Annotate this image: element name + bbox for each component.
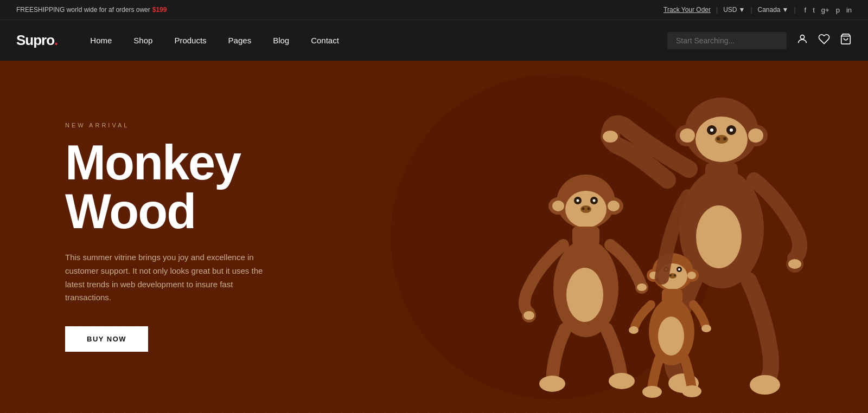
svg-point-36 [588,208,590,210]
region-label: Canada [758,6,781,14]
svg-point-58 [674,274,676,276]
svg-point-35 [582,208,585,210]
pinterest-icon[interactable]: p [836,6,840,14]
wishlist-icon[interactable] [818,33,830,48]
logo-text: Supro [16,32,54,48]
shipping-price: $199 [152,6,167,14]
svg-point-0 [800,35,804,39]
track-order-link[interactable]: Track Your Oder [663,6,711,14]
shipping-notice: FREESHIPPING world wide for af orders ow… [16,6,167,14]
nav-right [667,32,852,49]
svg-point-32 [577,199,579,202]
svg-rect-39 [572,227,599,246]
twitter-icon[interactable]: t [813,6,815,14]
hero-description: This summer vitrine brings you joy and e… [65,251,271,305]
svg-point-65 [682,385,701,397]
region-chevron-icon: ▼ [782,6,789,14]
svg-point-63 [701,325,711,332]
currency-dropdown[interactable]: USD ▼ [723,6,745,14]
hero-product-image [423,66,835,413]
monkeys-svg [418,72,825,413]
divider-1: | [716,6,718,14]
svg-point-57 [669,274,672,276]
svg-point-33 [593,199,596,202]
hero-subtitle: NEW ARRIVAL [65,122,271,128]
divider-2: | [750,6,752,14]
svg-point-19 [603,131,618,143]
divider-3: | [794,6,795,14]
top-bar: FREESHIPPING world wide for af orders ow… [0,0,868,20]
svg-point-50 [687,272,696,279]
svg-point-26 [552,201,564,211]
hero-section: NEW ARRIVAL Monkey Wood This summer vitr… [0,61,868,413]
logo-dot: . [54,32,58,48]
search-input[interactable] [667,32,787,49]
svg-point-55 [678,268,680,270]
svg-point-44 [539,376,565,392]
social-icons: f t g+ p in [805,6,852,14]
svg-point-45 [609,373,635,389]
nav-blog[interactable]: Blog [273,36,289,45]
googleplus-icon[interactable]: g+ [821,6,829,14]
nav-contact[interactable]: Contact [311,36,339,45]
nav-shop[interactable]: Shop [133,36,152,45]
account-icon[interactable] [796,33,808,48]
hero-content: NEW ARRIVAL Monkey Wood This summer vitr… [0,122,271,352]
svg-rect-17 [705,163,738,184]
svg-point-43 [637,283,647,291]
nav-pages[interactable]: Pages [228,36,252,45]
svg-point-6 [748,128,763,143]
instagram-icon[interactable]: in [846,6,852,14]
shipping-text: FREESHIPPING world wide for af orders ow… [16,6,150,14]
cart-icon[interactable] [840,33,852,48]
svg-point-11 [730,128,733,132]
svg-point-14 [723,137,726,140]
nav-links: Home Shop Products Pages Blog Contact [90,36,667,45]
nav-products[interactable]: Products [174,36,206,45]
buy-now-button[interactable]: BUY NOW [65,326,148,352]
svg-point-41 [524,311,534,320]
svg-point-62 [629,326,639,334]
svg-point-60 [658,317,684,356]
svg-point-13 [717,137,720,140]
svg-point-21 [788,259,801,269]
nav-home[interactable]: Home [90,36,112,45]
svg-point-23 [750,375,780,395]
currency-label: USD [723,6,737,14]
region-dropdown[interactable]: Canada ▼ [758,6,789,14]
svg-point-16 [696,205,742,268]
svg-point-64 [642,386,662,398]
top-bar-right: Track Your Oder | USD ▼ | Canada ▼ | f t… [663,6,852,14]
svg-point-4 [680,128,695,143]
currency-chevron-icon: ▼ [738,6,745,14]
hero-title-line2: Wood [65,184,195,238]
hero-title-line1: Monkey [65,135,240,190]
svg-point-38 [566,268,603,322]
svg-point-28 [608,201,620,211]
svg-point-10 [710,128,713,132]
nav-icons [796,33,852,48]
logo[interactable]: Supro. [16,32,58,49]
navbar: Supro. Home Shop Products Pages Blog Con… [0,20,868,61]
svg-rect-61 [662,289,682,304]
hero-title: Monkey Wood [65,138,271,236]
facebook-icon[interactable]: f [805,6,807,14]
